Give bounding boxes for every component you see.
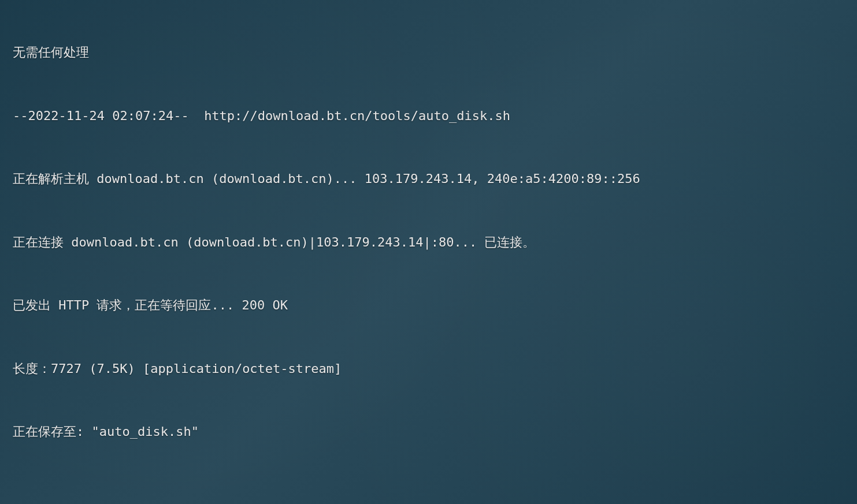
terminal-line: --2022-11-24 02:07:24-- http://download.… <box>13 106 844 127</box>
terminal-line: 正在保存至: "auto_disk.sh" <box>13 421 844 443</box>
terminal-line: 已发出 HTTP 请求，正在等待回应... 200 OK <box>13 295 844 316</box>
terminal-line: 正在连接 download.bt.cn (download.bt.cn)|103… <box>13 232 844 253</box>
terminal-output[interactable]: 无需任何处理 --2022-11-24 02:07:24-- http://do… <box>0 0 857 504</box>
terminal-line: 无需任何处理 <box>13 42 844 64</box>
terminal-line: 正在解析主机 download.bt.cn (download.bt.cn)..… <box>13 169 844 190</box>
terminal-line: 长度：7727 (7.5K) [application/octet-stream… <box>13 359 844 380</box>
